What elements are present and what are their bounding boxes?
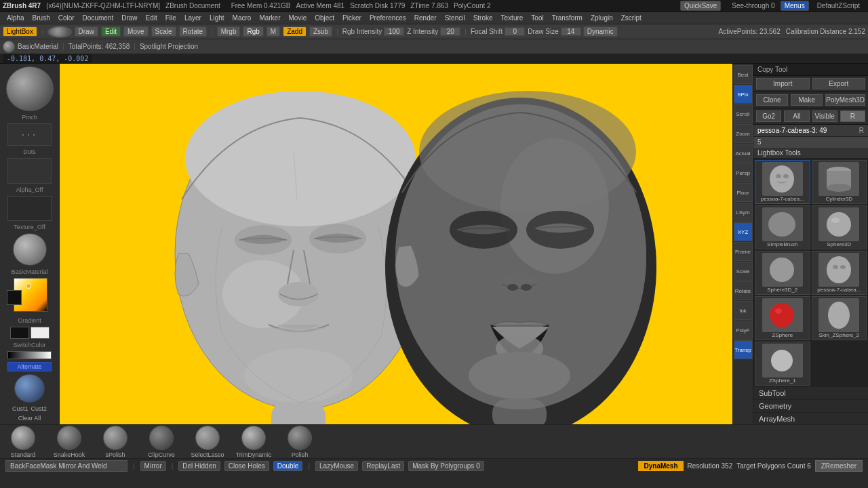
replaylast-btn[interactable]: ReplayLast bbox=[362, 461, 404, 471]
import-btn[interactable]: Import bbox=[756, 78, 810, 89]
canvas-area[interactable] bbox=[60, 64, 732, 424]
ri-persp[interactable]: Persp bbox=[734, 163, 753, 182]
thumb-zsphere1[interactable]: ZSphere_1 bbox=[755, 342, 810, 386]
swatch-black[interactable] bbox=[10, 327, 29, 339]
zsub-btn[interactable]: Zsub bbox=[309, 26, 332, 37]
color-picker[interactable] bbox=[7, 278, 53, 315]
menu-zplugin[interactable]: Zplugin bbox=[587, 14, 617, 22]
rp-arraymesh[interactable]: ArrayMesh bbox=[753, 413, 868, 424]
all-btn[interactable]: All bbox=[784, 110, 809, 122]
r-btn[interactable]: R bbox=[840, 110, 865, 122]
rotate-btn[interactable]: Rotate bbox=[179, 26, 207, 37]
swatch-white[interactable] bbox=[31, 327, 50, 339]
thumb-cylinder[interactable]: Cylinder3D bbox=[812, 160, 867, 204]
lazymouse-btn[interactable]: LazyMouse bbox=[315, 461, 358, 471]
ri-lsym[interactable]: LSym bbox=[734, 203, 753, 222]
menu-brush[interactable]: Brush bbox=[28, 14, 54, 22]
close-holes-btn[interactable]: Close Holes bbox=[224, 461, 269, 471]
ri-scale[interactable]: Scale bbox=[734, 262, 753, 281]
clone-btn[interactable]: Clone bbox=[756, 94, 788, 106]
clear-all-btn[interactable]: Clear All bbox=[18, 415, 41, 422]
alpha-preview[interactable] bbox=[7, 158, 52, 184]
menu-zscript[interactable]: Zscript bbox=[617, 14, 646, 22]
menu-layer[interactable]: Layer bbox=[180, 14, 205, 22]
dots-brush-preview[interactable]: ··· bbox=[7, 123, 52, 146]
menu-transform[interactable]: Transform bbox=[548, 14, 587, 22]
ri-zoom[interactable]: Zoom bbox=[734, 124, 753, 143]
menu-alpha[interactable]: Alpha bbox=[3, 14, 28, 22]
scale-btn[interactable]: Scale bbox=[151, 26, 176, 37]
ri-actual[interactable]: Actual bbox=[734, 144, 753, 163]
thumb-sphere3d[interactable]: Sphere3D bbox=[812, 205, 867, 249]
menu-draw[interactable]: Draw bbox=[117, 14, 141, 22]
cust2-btn[interactable]: Cust2 bbox=[31, 405, 47, 412]
brush-thumbnail[interactable] bbox=[47, 26, 72, 38]
focal-shift-val[interactable]: 0 bbox=[505, 27, 525, 36]
m-btn[interactable]: M bbox=[267, 26, 280, 37]
edit-btn[interactable]: Edit bbox=[101, 26, 121, 37]
ri-scroll[interactable]: Scroll bbox=[734, 104, 753, 123]
thumb-zsphere[interactable]: ZSphere bbox=[755, 296, 810, 340]
menu-render[interactable]: Render bbox=[410, 14, 441, 22]
ri-frame[interactable]: Frame bbox=[734, 242, 753, 261]
move-btn[interactable]: Move bbox=[123, 26, 148, 37]
backface-mask-btn[interactable]: BackFaceMask Mirror And Weld bbox=[5, 460, 127, 472]
menu-stencil[interactable]: Stencil bbox=[441, 14, 469, 22]
draw-size-val[interactable]: 14 bbox=[561, 27, 581, 36]
thumb-simplebrush[interactable]: SimpleBrush bbox=[755, 205, 810, 249]
menu-stroke[interactable]: Stroke bbox=[469, 14, 497, 22]
make-btn[interactable]: Make bbox=[791, 94, 823, 106]
defaultscript-label[interactable]: DefaultZScript bbox=[817, 2, 860, 9]
zremesher-btn[interactable]: ZRemesher bbox=[815, 460, 863, 472]
menu-marker[interactable]: Marker bbox=[255, 14, 284, 22]
menu-movie[interactable]: Movie bbox=[285, 14, 311, 22]
rgb-btn[interactable]: Rgb bbox=[243, 26, 263, 37]
ri-polyf[interactable]: PolyF bbox=[734, 321, 753, 340]
cust1-btn[interactable]: Cust1 bbox=[12, 405, 28, 412]
brush-trimdynamic[interactable]: TrimDynamic bbox=[233, 426, 274, 458]
current-tool-r[interactable]: R bbox=[859, 127, 864, 134]
menus-btn[interactable]: Menus bbox=[781, 1, 809, 11]
ri-xyz[interactable]: XYZ bbox=[734, 222, 753, 241]
dynmesh-btn[interactable]: DynaMesh bbox=[638, 461, 683, 471]
menu-picker[interactable]: Picker bbox=[338, 14, 366, 22]
menu-object[interactable]: Object bbox=[311, 14, 338, 22]
material-sphere-small[interactable] bbox=[13, 233, 47, 265]
rgb-intensity-val[interactable]: 100 bbox=[384, 27, 404, 36]
menu-tool[interactable]: Tool bbox=[527, 14, 547, 22]
brush-clipcurve[interactable]: ClipCurve bbox=[141, 426, 182, 458]
brush-sphere[interactable] bbox=[6, 66, 54, 111]
ri-floor[interactable]: Floor bbox=[734, 183, 753, 202]
export-btn[interactable]: Export bbox=[812, 78, 866, 89]
alternate-btn[interactable]: Alternate bbox=[7, 362, 52, 371]
draw-btn[interactable]: Draw bbox=[75, 26, 98, 37]
gradient-bar[interactable] bbox=[7, 351, 52, 359]
go2-btn[interactable]: Go2 bbox=[756, 110, 781, 122]
ri-ink[interactable]: Ink bbox=[734, 301, 753, 320]
thumb-sphere3d-2[interactable]: Sphere3D_2 bbox=[755, 251, 810, 295]
quicksave-btn[interactable]: QuickSave bbox=[680, 1, 721, 11]
ri-rotate[interactable]: Rotate bbox=[734, 281, 753, 300]
brush-spolish[interactable]: sPolish bbox=[95, 426, 136, 458]
menu-edit[interactable]: Edit bbox=[142, 14, 161, 22]
menu-color[interactable]: Color bbox=[54, 14, 79, 22]
rp-subtool[interactable]: SubTool bbox=[753, 387, 868, 400]
mrgb-btn[interactable]: Mrgb bbox=[217, 26, 241, 37]
brush-selectlasso[interactable]: SelectLasso bbox=[187, 426, 228, 458]
menu-light[interactable]: Light bbox=[205, 14, 229, 22]
brush-polish[interactable]: Polish bbox=[279, 426, 320, 458]
lightbox-btn[interactable]: LightBox bbox=[3, 26, 37, 37]
z-intensity-val[interactable]: 20 bbox=[440, 27, 460, 36]
rp-geometry[interactable]: Geometry bbox=[753, 400, 868, 413]
menu-document[interactable]: Document bbox=[79, 14, 118, 22]
thumb-face2[interactable]: pessoa-7-cabea... bbox=[812, 251, 867, 295]
brush-standard[interactable]: Standard bbox=[3, 426, 43, 458]
menu-macro[interactable]: Macro bbox=[229, 14, 256, 22]
del-hidden-btn[interactable]: Del Hidden bbox=[178, 461, 220, 471]
texture-preview[interactable] bbox=[7, 196, 52, 222]
mask-by-polygroups-btn[interactable]: Mask By Polygroups 0 bbox=[408, 461, 484, 471]
zadd-btn[interactable]: Zadd bbox=[283, 26, 307, 37]
seethrough-label[interactable]: See-through 0 bbox=[732, 2, 774, 9]
menu-texture[interactable]: Texture bbox=[497, 14, 528, 22]
dynamic-btn[interactable]: Dynamic bbox=[583, 26, 618, 37]
